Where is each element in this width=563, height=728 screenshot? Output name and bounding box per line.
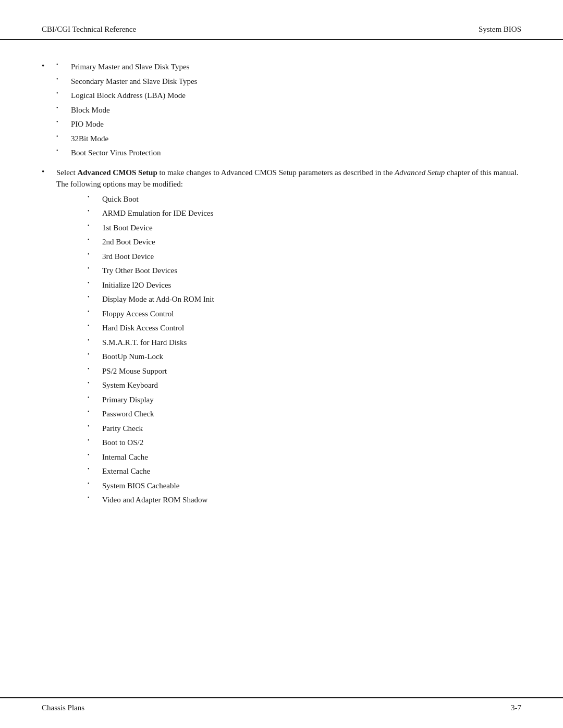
list-item-text: Internal Cache [102,451,521,463]
advanced-cmos-paragraph: Select Advanced CMOS Setup to make chang… [56,167,521,190]
list-item-text: Block Mode [71,104,521,116]
list-item: • 1st Boot Device [88,222,521,234]
list-item-text: PS/2 Mouse Support [102,365,521,377]
second-inner-list: • Quick Boot • ARMD Emulation for IDE De… [88,193,521,506]
list-item: • Block Mode [56,104,521,116]
list-item-text: Boot Sector Virus Protection [71,147,521,159]
list-item-text: Secondary Master and Slave Disk Types [71,76,521,88]
bullet-icon: • [88,408,102,414]
bullet-icon: • [88,236,102,242]
second-section: Select Advanced CMOS Setup to make chang… [56,167,521,509]
bullet-icon: • [88,251,102,257]
bullet-icon: • [88,480,102,486]
list-item: • • Primary Master and Slave Disk Types … [42,61,521,162]
bullet-icon: • [88,337,102,343]
footer-left: Chassis Plans [42,704,84,712]
list-item: • Floppy Access Control [88,308,521,320]
main-content: • • Primary Master and Slave Disk Types … [0,40,563,697]
list-item-text: BootUp Num-Lock [102,351,521,363]
bullet-icon: • [88,293,102,300]
bullet-icon: • [88,322,102,328]
italic-text: Advanced Setup [395,168,445,177]
list-item-text: Primary Master and Slave Disk Types [71,61,521,73]
bullet-icon: • [88,308,102,314]
list-item-text: Parity Check [102,423,521,435]
list-item: • System BIOS Cacheable [88,480,521,492]
list-item: • Primary Display [88,394,521,406]
bullet-icon: • [88,379,102,386]
header-right: System BIOS [479,25,521,34]
bullet-icon: • [88,207,102,214]
list-item: • Parity Check [88,423,521,435]
list-item-text: Quick Boot [102,193,521,205]
bullet-icon: • [88,265,102,271]
bullet-icon: • [88,423,102,429]
list-item-text: 32Bit Mode [71,133,521,145]
bullet-icon: • [56,61,71,67]
list-item-text: Initialize I2O Devices [102,279,521,291]
list-item-text: External Cache [102,465,521,477]
list-item: • ARMD Emulation for IDE Devices [88,207,521,219]
bold-text: Advanced CMOS Setup [77,168,157,177]
list-item: • External Cache [88,465,521,477]
page-header: CBI/CGI Technical Reference System BIOS [0,0,563,40]
list-item: • Quick Boot [88,193,521,205]
list-item: • Hard Disk Access Control [88,322,521,334]
page-footer: Chassis Plans 3-7 [0,697,563,728]
list-item: • Password Check [88,408,521,420]
list-item-text: ARMD Emulation for IDE Devices [102,207,521,219]
list-item-text: Logical Block Address (LBA) Mode [71,90,521,102]
bullet-icon: • [88,365,102,372]
list-item-text: Try Other Boot Devices [102,265,521,277]
list-item: • Initialize I2O Devices [88,279,521,291]
list-item: • Select Advanced CMOS Setup to make cha… [42,167,521,509]
list-item-text: Boot to OS/2 [102,437,521,449]
list-item-text: Video and Adapter ROM Shadow [102,494,521,506]
bullet-icon: • [88,494,102,500]
bullet-icon: • [88,193,102,200]
bullet-icon: • [56,118,71,125]
list-item: • Secondary Master and Slave Disk Types [56,76,521,88]
bullet-icon: • [88,222,102,228]
list-item-text: Display Mode at Add-On ROM Init [102,293,521,305]
bullet-icon: • [88,394,102,400]
bullet-icon: • [56,133,71,139]
list-item-text: Primary Display [102,394,521,406]
list-item: • Video and Adapter ROM Shadow [88,494,521,506]
footer-right: 3-7 [511,704,521,712]
list-item: • Boot Sector Virus Protection [56,147,521,159]
bullet-icon: • [42,167,56,176]
list-item: • Try Other Boot Devices [88,265,521,277]
bullet-icon: • [88,437,102,443]
list-item-text: Password Check [102,408,521,420]
list-item: • 2nd Boot Device [88,236,521,248]
second-inner-list-container: • Quick Boot • ARMD Emulation for IDE De… [56,193,521,506]
bullet-icon: • [56,76,71,82]
list-item: • Logical Block Address (LBA) Mode [56,90,521,102]
list-item: • 3rd Boot Device [88,251,521,263]
outer-list: • • Primary Master and Slave Disk Types … [42,61,521,509]
list-item: • PIO Mode [56,118,521,130]
first-inner-list-container: • Primary Master and Slave Disk Types • … [56,61,521,159]
list-item: • Primary Master and Slave Disk Types [56,61,521,73]
bullet-icon: • [56,90,71,96]
list-item: • S.M.A.R.T. for Hard Disks [88,337,521,349]
bullet-icon: • [88,279,102,286]
list-item: • System Keyboard [88,379,521,391]
bullet-icon: • [88,351,102,357]
list-item: • 32Bit Mode [56,133,521,145]
list-item-text: 1st Boot Device [102,222,521,234]
list-item-text: 3rd Boot Device [102,251,521,263]
list-item: • Internal Cache [88,451,521,463]
list-item-text: S.M.A.R.T. for Hard Disks [102,337,521,349]
list-item: • PS/2 Mouse Support [88,365,521,377]
first-section: • Primary Master and Slave Disk Types • … [56,61,521,162]
list-item: • BootUp Num-Lock [88,351,521,363]
first-inner-list: • Primary Master and Slave Disk Types • … [56,61,521,159]
bullet-icon: • [42,61,56,70]
list-item-text: System Keyboard [102,379,521,391]
list-item: • Display Mode at Add-On ROM Init [88,293,521,305]
list-item-text: PIO Mode [71,118,521,130]
header-left: CBI/CGI Technical Reference [42,25,136,34]
list-item-text: Floppy Access Control [102,308,521,320]
